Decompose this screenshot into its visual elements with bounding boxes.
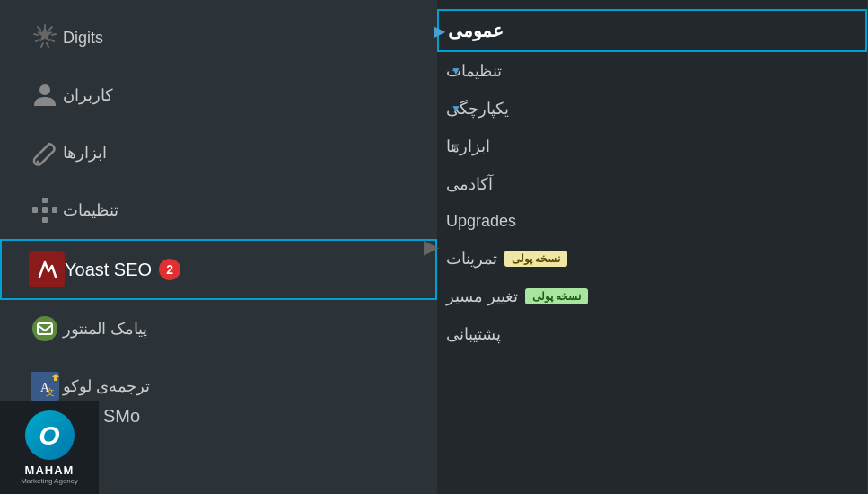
- svg-rect-6: [42, 207, 48, 213]
- logo-circle: O: [25, 410, 75, 460]
- yoast-icon: [29, 251, 65, 287]
- menu-item-tools[interactable]: ▼ ابزارها: [437, 128, 867, 165]
- svg-rect-2: [42, 198, 48, 203]
- logo-area: O MAHAM Marketing Agency: [0, 401, 99, 494]
- menu-label-translate: ترجمه‌ی لوکو: [63, 376, 150, 396]
- logo-icon: O: [39, 420, 59, 451]
- menu-label-tools: ابزارها: [63, 143, 107, 163]
- menu-label-academy: آکادمی: [446, 174, 493, 194]
- arrow-down-compat: ▼: [451, 102, 461, 115]
- logo-main-text: MAHAM: [25, 463, 75, 477]
- menu-label-change-path: تغییر مسیر: [446, 287, 518, 306]
- menu-label-peyamak: پیامک المنتور: [63, 319, 147, 339]
- pro-badge-exercises: نسخه پولی: [504, 251, 567, 267]
- menu-label-exercises: تمرینات: [446, 249, 497, 269]
- menu-item-settings[interactable]: تنظیمات: [0, 181, 437, 239]
- menu-item-digits[interactable]: Digits: [0, 9, 437, 66]
- menu-item-users[interactable]: کاربران: [0, 66, 437, 124]
- menu-label-digits: Digits: [63, 29, 103, 48]
- menu-item-support[interactable]: پشتیبانی: [437, 315, 867, 353]
- arrow-down-tools: ▼: [451, 140, 461, 153]
- menu-item-academy[interactable]: آکادمی: [437, 165, 867, 203]
- panel-separator-arrow: ▶: [424, 235, 439, 259]
- menu-label-upgrades: Upgrades: [446, 212, 516, 231]
- peyamak-icon: [27, 311, 63, 347]
- menu-item-peyamak[interactable]: پیامک المنتور: [0, 300, 437, 357]
- svg-rect-5: [52, 207, 57, 213]
- svg-text:文: 文: [46, 387, 55, 397]
- svg-rect-3: [42, 217, 48, 223]
- arrow-down-settings: ▼: [451, 65, 461, 77]
- menu-item-settings[interactable]: ▼ تنظیمات: [437, 52, 867, 90]
- menu-item-upgrades[interactable]: Upgrades: [437, 203, 867, 240]
- svg-point-0: [39, 84, 50, 95]
- menu-item-compatibility[interactable]: ▼ یکپارچگی: [437, 90, 867, 128]
- menu-label-users: کاربران: [63, 85, 113, 105]
- settings-icon: [27, 192, 63, 228]
- logo-sub-text: Marketing Agency: [21, 477, 78, 485]
- svg-rect-4: [32, 207, 38, 213]
- svg-point-1: [37, 161, 39, 163]
- translate-icon: A 文: [27, 368, 63, 404]
- menu-item-general[interactable]: عمومی ▶: [437, 9, 867, 52]
- digits-icon: [27, 20, 63, 56]
- menu-label-support: پشتیبانی: [446, 324, 501, 344]
- menu-label-yoast: Yoast SEO: [65, 260, 152, 280]
- svg-point-8: [32, 316, 57, 341]
- main-container: عمومی ▶ ▼ تنظیمات ▼ یکپارچگی ▼ ابزارها آ…: [0, 0, 868, 494]
- menu-label-settings: تنظیمات: [63, 200, 118, 220]
- badge-count-yoast: 2: [159, 259, 180, 280]
- menu-item-translate[interactable]: ترجمه‌ی لوکو A 文: [0, 357, 437, 415]
- menu-item-yoast-seo[interactable]: 2 Yoast SEO: [0, 239, 437, 300]
- pro-badge-change-path: نسخه پولی: [525, 288, 588, 304]
- menu-item-exercises[interactable]: نسخه پولی تمرینات: [437, 240, 867, 278]
- users-icon: [27, 77, 63, 113]
- menu-item-tools[interactable]: ابزارها: [0, 124, 437, 181]
- menu-item-change-path[interactable]: نسخه پولی تغییر مسیر: [437, 278, 867, 315]
- menu-label-general: عمومی: [448, 20, 504, 41]
- left-panel: عمومی ▶ ▼ تنظیمات ▼ یکپارچگی ▼ ابزارها آ…: [437, 0, 868, 494]
- tools-icon: [27, 135, 63, 171]
